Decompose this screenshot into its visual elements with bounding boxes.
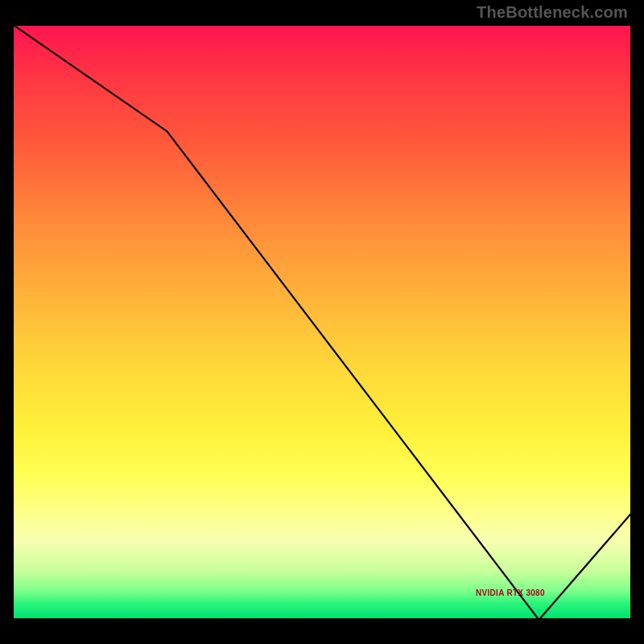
plot-gradient-background — [12, 24, 632, 620]
gpu-label: NVIDIA RTX 3080 — [476, 588, 545, 597]
watermark-text: TheBottleneck.com — [477, 3, 628, 22]
plot-frame: NVIDIA RTX 3080 — [12, 24, 632, 620]
chart-container: TheBottleneck.com NVIDIA RTX 3080 — [0, 0, 644, 644]
